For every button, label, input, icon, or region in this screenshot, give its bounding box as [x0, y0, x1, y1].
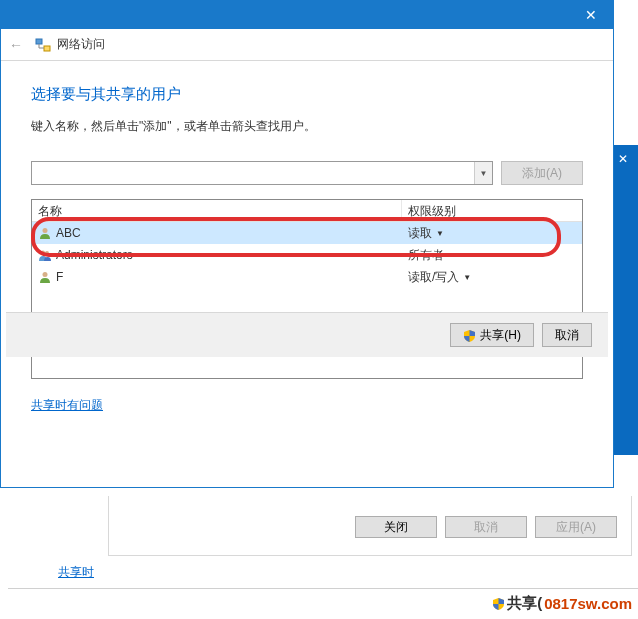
- trouble-sharing-link[interactable]: 共享时有问题: [31, 397, 103, 414]
- user-combobox[interactable]: ▼: [31, 161, 493, 185]
- user-icon: [38, 270, 52, 284]
- share-button-label: 共享(H): [480, 327, 521, 344]
- share-button[interactable]: 共享(H): [450, 323, 534, 347]
- svg-rect-1: [44, 46, 50, 51]
- dialog-footer: 共享(H) 取消: [6, 312, 608, 357]
- input-row: ▼ 添加(A): [31, 161, 583, 185]
- watermark-share-text: 共享(: [507, 594, 542, 613]
- row-name-cell: Administrators: [32, 248, 402, 262]
- add-button: 添加(A): [501, 161, 583, 185]
- cancel-button[interactable]: 取消: [542, 323, 592, 347]
- group-icon: [38, 248, 52, 262]
- cancel-button: 取消: [445, 516, 527, 538]
- permission-label: 读取: [408, 225, 432, 242]
- user-input[interactable]: [32, 162, 474, 184]
- network-icon: [35, 37, 51, 53]
- row-permission-cell[interactable]: 读取 ▼: [402, 225, 582, 242]
- back-arrow-icon[interactable]: ←: [9, 37, 29, 53]
- underlying-dialog: 关闭 取消 应用(A) 共享时: [38, 488, 638, 589]
- divider: [8, 588, 638, 589]
- list-row[interactable]: ABC 读取 ▼: [32, 222, 582, 244]
- user-name-label: Administrators: [56, 248, 133, 262]
- chevron-down-icon: ▼: [463, 273, 471, 282]
- header-bar: ← 网络访问: [1, 29, 613, 61]
- page-subtitle: 键入名称，然后单击"添加"，或者单击箭头查找用户。: [31, 118, 583, 135]
- shield-icon: [492, 597, 505, 610]
- title-bar: ✕: [1, 1, 613, 29]
- close-button[interactable]: ✕: [568, 1, 613, 29]
- svg-point-2: [43, 228, 48, 233]
- apply-button: 应用(A): [535, 516, 617, 538]
- watermark: 共享(0817sw.com: [492, 594, 632, 613]
- underlying-share-link[interactable]: 共享时: [58, 564, 94, 581]
- network-access-dialog: ✕ ← 网络访问 选择要与其共享的用户 键入名称，然后单击"添加"，或者单击箭头…: [0, 0, 614, 488]
- chevron-down-icon: ▼: [436, 229, 444, 238]
- user-icon: [38, 226, 52, 240]
- svg-point-4: [45, 251, 49, 255]
- shield-icon: [463, 329, 476, 342]
- watermark-site: 0817sw.com: [544, 595, 632, 612]
- list-row[interactable]: F 读取/写入 ▼: [32, 266, 582, 288]
- row-name-cell: F: [32, 270, 402, 284]
- underlying-button-panel: 关闭 取消 应用(A): [108, 496, 632, 556]
- list-header: 名称 权限级别: [32, 200, 582, 222]
- user-name-label: ABC: [56, 226, 81, 240]
- permission-label: 读取/写入: [408, 269, 459, 286]
- page-title: 选择要与其共享的用户: [31, 85, 583, 104]
- column-permission-header[interactable]: 权限级别: [402, 200, 582, 221]
- close-icon: ✕: [585, 7, 597, 23]
- svg-rect-0: [36, 39, 42, 44]
- chevron-down-icon[interactable]: ▼: [474, 162, 492, 184]
- row-permission-cell[interactable]: 读取/写入 ▼: [402, 269, 582, 286]
- content-area: 选择要与其共享的用户 键入名称，然后单击"添加"，或者单击箭头查找用户。 ▼ 添…: [1, 61, 613, 424]
- row-permission-cell: 所有者: [402, 247, 582, 264]
- list-row[interactable]: Administrators 所有者: [32, 244, 582, 266]
- row-name-cell: ABC: [32, 226, 402, 240]
- permission-label: 所有者: [408, 247, 444, 264]
- svg-point-5: [43, 272, 48, 277]
- svg-point-3: [41, 251, 45, 255]
- close-button[interactable]: 关闭: [355, 516, 437, 538]
- user-name-label: F: [56, 270, 63, 284]
- header-title: 网络访问: [57, 36, 105, 53]
- column-name-header[interactable]: 名称: [32, 200, 402, 221]
